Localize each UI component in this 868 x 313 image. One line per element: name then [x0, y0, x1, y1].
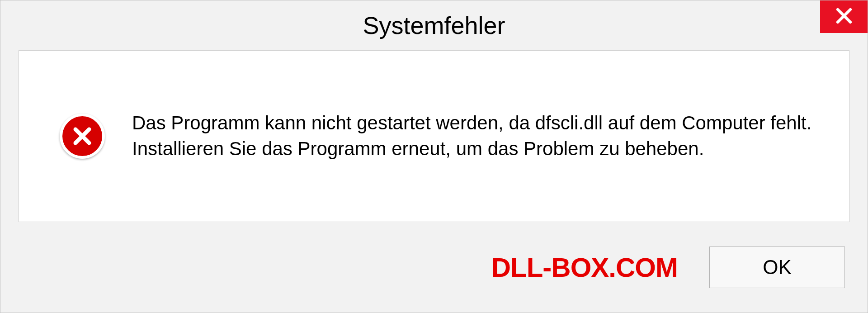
error-message: Das Programm kann nicht gestartet werden… [132, 110, 817, 161]
error-icon [60, 114, 105, 159]
content-area: Das Programm kann nicht gestartet werden… [19, 50, 849, 222]
watermark: DLL-BOX.COM [491, 252, 678, 283]
close-button[interactable] [820, 0, 868, 33]
ok-button[interactable]: OK [709, 247, 845, 288]
close-icon [835, 6, 854, 27]
footer-bar: DLL-BOX.COM OK [0, 222, 868, 313]
error-dialog: Systemfehler Das Programm kann nicht ges… [0, 0, 868, 313]
dialog-title: Systemfehler [363, 11, 505, 39]
title-bar: Systemfehler [0, 0, 868, 50]
